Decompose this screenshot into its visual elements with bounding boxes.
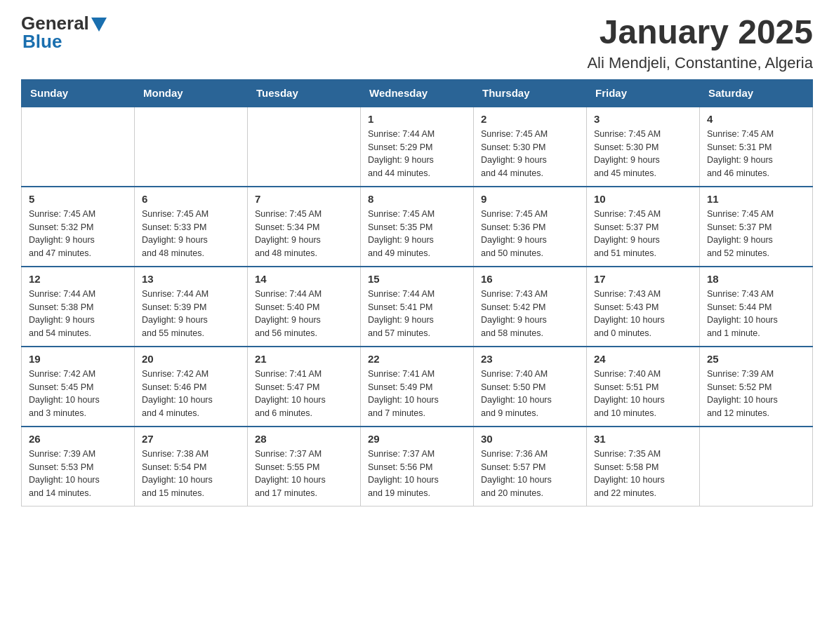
calendar-cell: 5Sunrise: 7:45 AMSunset: 5:32 PMDaylight… — [22, 187, 135, 267]
day-info: Sunrise: 7:44 AMSunset: 5:39 PMDaylight:… — [142, 288, 240, 340]
day-number: 19 — [29, 353, 127, 365]
day-number: 30 — [481, 433, 579, 445]
calendar-cell: 20Sunrise: 7:42 AMSunset: 5:46 PMDayligh… — [135, 347, 248, 427]
day-info: Sunrise: 7:45 AMSunset: 5:33 PMDaylight:… — [142, 208, 240, 260]
day-info: Sunrise: 7:42 AMSunset: 5:45 PMDaylight:… — [29, 368, 127, 420]
day-header-thursday: Thursday — [474, 79, 587, 107]
day-number: 16 — [481, 273, 579, 285]
day-number: 23 — [481, 353, 579, 365]
day-number: 13 — [142, 273, 240, 285]
calendar-cell — [135, 107, 248, 187]
day-number: 4 — [707, 113, 805, 125]
day-info: Sunrise: 7:45 AMSunset: 5:37 PMDaylight:… — [594, 208, 692, 260]
day-number: 17 — [594, 273, 692, 285]
calendar-cell: 19Sunrise: 7:42 AMSunset: 5:45 PMDayligh… — [22, 347, 135, 427]
page-header: General Blue January 2025 Ali Mendjeli, … — [21, 14, 813, 72]
day-number: 31 — [594, 433, 692, 445]
calendar-cell: 29Sunrise: 7:37 AMSunset: 5:56 PMDayligh… — [361, 427, 474, 507]
day-number: 29 — [368, 433, 466, 445]
day-number: 25 — [707, 353, 805, 365]
day-number: 21 — [255, 353, 353, 365]
calendar-table: SundayMondayTuesdayWednesdayThursdayFrid… — [21, 79, 813, 507]
svg-marker-0 — [91, 18, 107, 32]
calendar-cell: 13Sunrise: 7:44 AMSunset: 5:39 PMDayligh… — [135, 267, 248, 347]
day-number: 1 — [368, 113, 466, 125]
day-info: Sunrise: 7:35 AMSunset: 5:58 PMDaylight:… — [594, 448, 692, 500]
day-info: Sunrise: 7:36 AMSunset: 5:57 PMDaylight:… — [481, 448, 579, 500]
day-number: 2 — [481, 113, 579, 125]
day-number: 15 — [368, 273, 466, 285]
day-number: 20 — [142, 353, 240, 365]
day-number: 28 — [255, 433, 353, 445]
calendar-cell: 15Sunrise: 7:44 AMSunset: 5:41 PMDayligh… — [361, 267, 474, 347]
day-number: 5 — [29, 193, 127, 205]
calendar-cell: 31Sunrise: 7:35 AMSunset: 5:58 PMDayligh… — [587, 427, 700, 507]
calendar-cell — [248, 107, 361, 187]
day-number: 11 — [707, 193, 805, 205]
day-number: 22 — [368, 353, 466, 365]
day-info: Sunrise: 7:45 AMSunset: 5:30 PMDaylight:… — [481, 128, 579, 180]
logo-general-text: General — [21, 14, 89, 32]
day-info: Sunrise: 7:39 AMSunset: 5:53 PMDaylight:… — [29, 448, 127, 500]
day-info: Sunrise: 7:43 AMSunset: 5:42 PMDaylight:… — [481, 288, 579, 340]
calendar-header-row: SundayMondayTuesdayWednesdayThursdayFrid… — [22, 79, 813, 107]
logo-blue-text: Blue — [22, 31, 62, 52]
calendar-cell: 24Sunrise: 7:40 AMSunset: 5:51 PMDayligh… — [587, 347, 700, 427]
day-number: 12 — [29, 273, 127, 285]
day-info: Sunrise: 7:45 AMSunset: 5:36 PMDaylight:… — [481, 208, 579, 260]
day-number: 3 — [594, 113, 692, 125]
day-info: Sunrise: 7:39 AMSunset: 5:52 PMDaylight:… — [707, 368, 805, 420]
day-info: Sunrise: 7:44 AMSunset: 5:29 PMDaylight:… — [368, 128, 466, 180]
day-info: Sunrise: 7:43 AMSunset: 5:43 PMDaylight:… — [594, 288, 692, 340]
calendar-cell: 9Sunrise: 7:45 AMSunset: 5:36 PMDaylight… — [474, 187, 587, 267]
calendar-cell: 1Sunrise: 7:44 AMSunset: 5:29 PMDaylight… — [361, 107, 474, 187]
calendar-cell: 10Sunrise: 7:45 AMSunset: 5:37 PMDayligh… — [587, 187, 700, 267]
day-number: 14 — [255, 273, 353, 285]
day-info: Sunrise: 7:42 AMSunset: 5:46 PMDaylight:… — [142, 368, 240, 420]
calendar-week-4: 19Sunrise: 7:42 AMSunset: 5:45 PMDayligh… — [22, 347, 813, 427]
day-info: Sunrise: 7:45 AMSunset: 5:37 PMDaylight:… — [707, 208, 805, 260]
day-info: Sunrise: 7:40 AMSunset: 5:50 PMDaylight:… — [481, 368, 579, 420]
calendar-cell: 4Sunrise: 7:45 AMSunset: 5:31 PMDaylight… — [700, 107, 813, 187]
day-info: Sunrise: 7:37 AMSunset: 5:55 PMDaylight:… — [255, 448, 353, 500]
calendar-cell: 22Sunrise: 7:41 AMSunset: 5:49 PMDayligh… — [361, 347, 474, 427]
calendar-week-3: 12Sunrise: 7:44 AMSunset: 5:38 PMDayligh… — [22, 267, 813, 347]
day-info: Sunrise: 7:45 AMSunset: 5:35 PMDaylight:… — [368, 208, 466, 260]
day-info: Sunrise: 7:45 AMSunset: 5:32 PMDaylight:… — [29, 208, 127, 260]
day-number: 26 — [29, 433, 127, 445]
calendar-cell: 30Sunrise: 7:36 AMSunset: 5:57 PMDayligh… — [474, 427, 587, 507]
day-info: Sunrise: 7:45 AMSunset: 5:30 PMDaylight:… — [594, 128, 692, 180]
calendar-cell: 27Sunrise: 7:38 AMSunset: 5:54 PMDayligh… — [135, 427, 248, 507]
calendar-cell: 8Sunrise: 7:45 AMSunset: 5:35 PMDaylight… — [361, 187, 474, 267]
calendar-cell: 7Sunrise: 7:45 AMSunset: 5:34 PMDaylight… — [248, 187, 361, 267]
day-header-friday: Friday — [587, 79, 700, 107]
day-number: 7 — [255, 193, 353, 205]
day-header-sunday: Sunday — [22, 79, 135, 107]
calendar-week-2: 5Sunrise: 7:45 AMSunset: 5:32 PMDaylight… — [22, 187, 813, 267]
day-info: Sunrise: 7:41 AMSunset: 5:49 PMDaylight:… — [368, 368, 466, 420]
calendar-week-1: 1Sunrise: 7:44 AMSunset: 5:29 PMDaylight… — [22, 107, 813, 187]
day-number: 8 — [368, 193, 466, 205]
calendar-cell: 23Sunrise: 7:40 AMSunset: 5:50 PMDayligh… — [474, 347, 587, 427]
day-number: 10 — [594, 193, 692, 205]
day-info: Sunrise: 7:43 AMSunset: 5:44 PMDaylight:… — [707, 288, 805, 340]
calendar-cell: 28Sunrise: 7:37 AMSunset: 5:55 PMDayligh… — [248, 427, 361, 507]
day-info: Sunrise: 7:41 AMSunset: 5:47 PMDaylight:… — [255, 368, 353, 420]
day-info: Sunrise: 7:40 AMSunset: 5:51 PMDaylight:… — [594, 368, 692, 420]
day-number: 18 — [707, 273, 805, 285]
calendar-cell: 16Sunrise: 7:43 AMSunset: 5:42 PMDayligh… — [474, 267, 587, 347]
calendar-cell: 12Sunrise: 7:44 AMSunset: 5:38 PMDayligh… — [22, 267, 135, 347]
day-number: 27 — [142, 433, 240, 445]
logo-triangle-icon — [91, 18, 107, 32]
day-header-monday: Monday — [135, 79, 248, 107]
day-info: Sunrise: 7:37 AMSunset: 5:56 PMDaylight:… — [368, 448, 466, 500]
day-header-tuesday: Tuesday — [248, 79, 361, 107]
calendar-cell — [22, 107, 135, 187]
calendar-cell: 3Sunrise: 7:45 AMSunset: 5:30 PMDaylight… — [587, 107, 700, 187]
calendar-cell — [700, 427, 813, 507]
calendar-cell: 11Sunrise: 7:45 AMSunset: 5:37 PMDayligh… — [700, 187, 813, 267]
title-block: January 2025 Ali Mendjeli, Constantine, … — [587, 14, 813, 72]
calendar-cell: 26Sunrise: 7:39 AMSunset: 5:53 PMDayligh… — [22, 427, 135, 507]
calendar-week-5: 26Sunrise: 7:39 AMSunset: 5:53 PMDayligh… — [22, 427, 813, 507]
day-number: 24 — [594, 353, 692, 365]
